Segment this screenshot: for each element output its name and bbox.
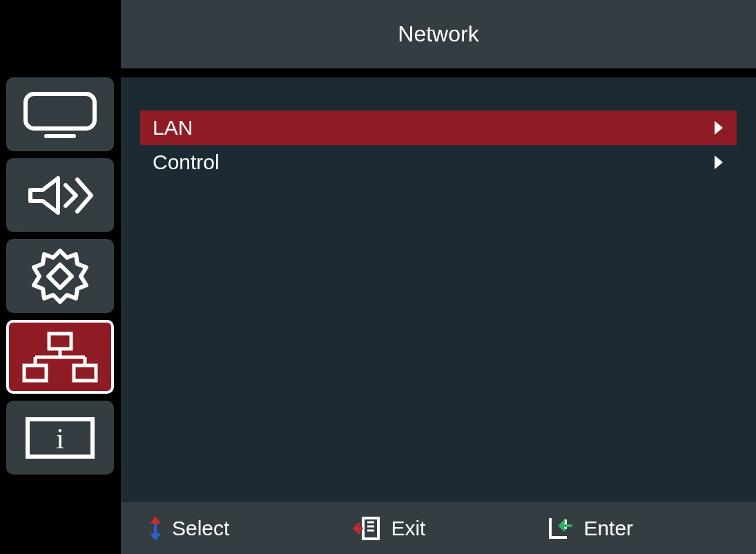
chevron-right-icon	[713, 154, 724, 171]
sidebar-item-settings[interactable]	[6, 239, 114, 313]
sidebar-item-display[interactable]	[6, 77, 114, 151]
hint-exit-label: Exit	[391, 517, 425, 540]
exit-icon	[353, 515, 381, 542]
info-icon: i	[22, 414, 98, 462]
page-title: Network	[398, 21, 478, 47]
svg-rect-3	[49, 334, 71, 349]
hint-select: Select	[148, 515, 229, 542]
speaker-icon	[22, 171, 98, 220]
menu-item-lan[interactable]: LAN	[140, 111, 737, 145]
updown-arrows-icon	[148, 515, 162, 542]
hint-enter: Enter	[546, 515, 633, 542]
menu-item-label: LAN	[153, 116, 193, 140]
hint-select-label: Select	[172, 517, 229, 540]
enter-icon	[546, 515, 574, 542]
svg-text:i: i	[56, 423, 64, 455]
svg-rect-5	[74, 365, 96, 381]
svg-rect-0	[26, 94, 95, 128]
network-icon	[19, 329, 101, 385]
sidebar-item-info[interactable]: i	[6, 401, 114, 475]
title-bar: Network	[121, 0, 756, 68]
gear-icon	[29, 245, 91, 307]
svg-rect-2	[48, 265, 72, 288]
menu-item-control[interactable]: Control	[140, 145, 737, 180]
sidebar-item-audio[interactable]	[6, 158, 114, 232]
svg-rect-4	[24, 365, 46, 381]
hint-exit: Exit	[353, 515, 425, 542]
footer-bar: Select Exit En	[121, 502, 756, 554]
hint-enter-label: Enter	[583, 517, 633, 540]
chevron-right-icon	[713, 120, 724, 136]
main-panel: LAN Control	[121, 77, 756, 502]
menu-item-label: Control	[153, 151, 220, 174]
monitor-icon	[22, 90, 98, 139]
sidebar: i	[6, 77, 114, 481]
sidebar-item-network[interactable]	[6, 320, 114, 394]
